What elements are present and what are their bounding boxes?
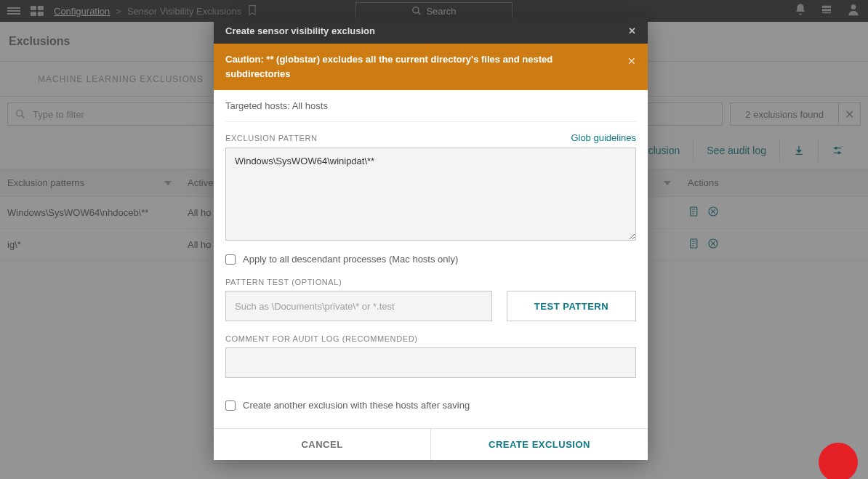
targeted-hosts: Targeted hosts: All hosts (225, 99, 636, 122)
caution-text: Caution: ** (globstar) excludes all the … (225, 54, 552, 79)
comment-input[interactable] (225, 347, 636, 378)
fab-button[interactable] (819, 443, 858, 479)
apply-descendant-label: Apply to all descendant processes (Mac h… (243, 254, 458, 265)
exclusion-pattern-input[interactable] (225, 148, 636, 241)
pattern-label: EXCLUSION PATTERN (225, 134, 318, 142)
modal-title-bar: Create sensor visibility exclusion ✕ (214, 18, 648, 44)
test-pattern-button[interactable]: TEST PATTERN (507, 291, 636, 321)
modal-footer: CANCEL CREATE EXCLUSION (214, 428, 648, 460)
apply-descendant-check[interactable]: Apply to all descendant processes (Mac h… (225, 254, 636, 265)
modal-title: Create sensor visibility exclusion (225, 25, 375, 36)
apply-descendant-checkbox[interactable] (225, 254, 236, 265)
create-exclusion-button[interactable]: CREATE EXCLUSION (431, 429, 648, 460)
caution-banner: Caution: ** (globstar) excludes all the … (214, 44, 648, 90)
create-another-label: Create another exclusion with these host… (243, 400, 470, 411)
glob-guidelines-link[interactable]: Glob guidelines (571, 132, 636, 143)
pattern-test-label: PATTERN TEST (OPTIONAL) (225, 278, 636, 286)
create-another-checkbox[interactable] (225, 400, 236, 411)
close-icon[interactable]: ✕ (628, 25, 636, 36)
create-exclusion-modal: Create sensor visibility exclusion ✕ Cau… (214, 18, 648, 460)
cancel-button[interactable]: CANCEL (214, 429, 431, 460)
create-another-check[interactable]: Create another exclusion with these host… (225, 400, 636, 411)
comment-label: COMMENT FOR AUDIT LOG (RECOMMENDED) (225, 334, 636, 343)
pattern-test-input[interactable] (225, 291, 492, 321)
dismiss-caution-icon[interactable]: ✕ (627, 54, 636, 70)
